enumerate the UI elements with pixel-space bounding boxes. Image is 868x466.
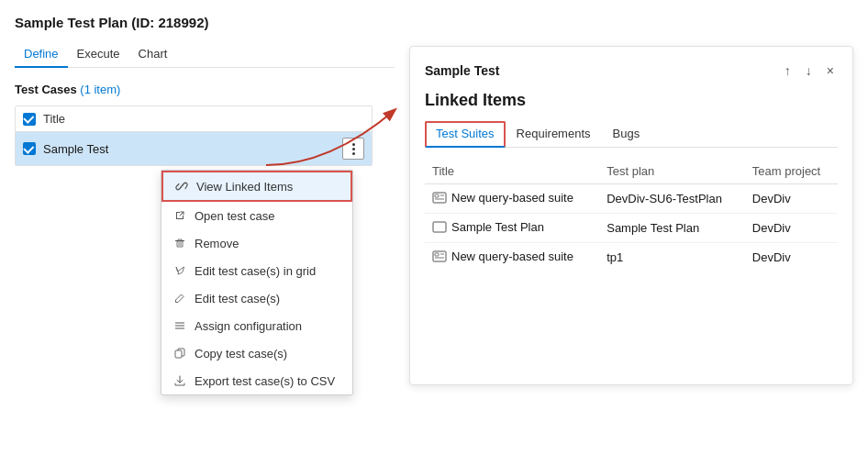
svg-rect-6 [433,193,446,203]
menu-item-label: View Linked Items [196,180,293,194]
menu-item-edit[interactable]: Edit test case(s) [161,284,352,312]
main-container: Sample Test Plan (ID: 218992) Define Exe… [0,0,868,466]
cell-team-project: DevDiv [745,214,838,243]
test-case-count: (1 item) [80,83,120,96]
move-down-button[interactable]: ↓ [802,61,816,80]
panel-tab-bugs[interactable]: Bugs [602,121,651,148]
section-title: Test Cases (1 item) [15,83,395,96]
panel-title: Sample Test [425,63,499,78]
svg-rect-10 [433,222,446,232]
tabs-bar: Define Execute Chart [15,41,395,68]
export-icon [172,373,187,388]
menu-item-copy[interactable]: Copy test case(s) [161,339,352,367]
more-button[interactable] [342,138,364,160]
close-panel-button[interactable]: × [823,61,838,80]
menu-item-label: Open test case [195,209,274,223]
cell-test-plan: tp1 [599,243,745,272]
remove-icon [172,236,187,250]
col-test-plan: Test plan [599,159,745,184]
table-row[interactable]: Sample Test Plan Sample Test Plan DevDiv [425,214,838,243]
page-title: Sample Test Plan (ID: 218992) [15,15,395,30]
edit-icon [172,291,187,305]
copy-icon [172,346,187,361]
suite-icon [432,221,447,233]
panel-tabs: Test Suites Requirements Bugs [425,121,838,148]
menu-item-label: Assign configuration [195,319,302,333]
context-menu: View Linked Items Open test case [161,170,353,395]
query-icon [432,192,447,204]
menu-item-open[interactable]: Open test case [161,202,352,229]
cell-test-plan: DevDiv-SU6-TestPlan [599,184,745,214]
query-icon [432,250,447,262]
menu-item-edit-grid[interactable]: Edit test case(s) in grid [161,257,352,284]
menu-item-export[interactable]: Export test case(s) to CSV [161,367,352,394]
panel-header: Sample Test ↑ ↓ × [425,61,838,80]
menu-item-label: Remove [195,237,239,250]
list-header: Title [16,106,372,132]
panel-tab-requirements[interactable]: Requirements [506,121,602,148]
cell-title: Sample Test Plan [425,214,599,243]
panel-actions: ↑ ↓ × [781,61,838,80]
svg-rect-12 [435,253,439,256]
svg-rect-7 [435,194,439,197]
col-title: Title [425,159,599,184]
cell-title: New query-based suite [425,243,599,272]
left-panel: Sample Test Plan (ID: 218992) Define Exe… [0,0,395,466]
menu-item-label: Edit test case(s) [195,292,280,305]
item-checkbox[interactable] [23,142,36,155]
menu-item-assign-config[interactable]: Assign configuration [161,312,352,339]
menu-item-view-linked[interactable]: View Linked Items [161,171,352,202]
item-label: Sample Test [43,142,339,156]
menu-item-remove[interactable]: Remove [161,229,352,257]
cell-title: New query-based suite [425,184,599,214]
linked-items-table: Title Test plan Team project [425,159,838,272]
more-dots-icon [352,143,355,155]
cell-test-plan: Sample Test Plan [599,214,745,243]
svg-rect-5 [175,350,182,358]
right-panel: Sample Test ↑ ↓ × Linked Items Test Suit… [409,46,853,385]
title-column-header: Title [43,112,65,126]
tab-define[interactable]: Define [15,41,68,68]
tab-execute[interactable]: Execute [68,41,129,68]
menu-item-label: Copy test case(s) [195,347,287,361]
edit-grid-icon [172,263,187,278]
svg-rect-11 [433,251,446,261]
cell-team-project: DevDiv [745,243,838,272]
test-cases-list: Title Sample Test [15,105,373,166]
table-row[interactable]: New query-based suite tp1 DevDiv [425,243,838,272]
linked-items-heading: Linked Items [425,91,838,110]
list-item[interactable]: Sample Test [16,132,372,165]
tab-chart[interactable]: Chart [129,41,177,68]
link-icon [174,179,189,194]
table-row[interactable]: New query-based suite DevDiv-SU6-TestPla… [425,184,838,214]
cell-team-project: DevDiv [745,184,838,214]
move-up-button[interactable]: ↑ [781,61,795,80]
col-team-project: Team project [745,159,838,184]
menu-item-label: Edit test case(s) in grid [195,264,316,278]
header-checkbox[interactable] [23,113,36,126]
config-icon [172,318,187,333]
panel-tab-test-suites[interactable]: Test Suites [425,121,506,148]
menu-item-label: Export test case(s) to CSV [195,374,335,388]
open-icon [172,208,187,223]
